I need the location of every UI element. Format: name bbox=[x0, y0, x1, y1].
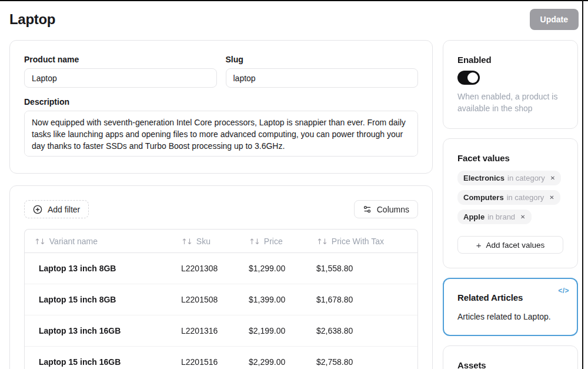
plus-icon: + bbox=[476, 240, 482, 250]
table-header-row: ↑↓Variant name ↑↓Sku ↑↓Price ↑↓Price Wit… bbox=[25, 230, 417, 253]
variant-name-cell: Laptop 15 inch 16GB bbox=[25, 347, 176, 369]
price-with-tax-cell: $2,638.80 bbox=[312, 315, 417, 347]
page-header: Laptop Update bbox=[9, 0, 579, 31]
price-with-tax-cell: $2,758.80 bbox=[312, 347, 417, 369]
product-form-card: Product name Slug Description Now equipp… bbox=[9, 40, 433, 174]
description-input[interactable]: Now equipped with seventh-generation Int… bbox=[24, 111, 418, 157]
table-row[interactable]: Laptop 15 inch 8GB L2201508 $1,399.00 $1… bbox=[25, 284, 417, 315]
column-settings-icon bbox=[363, 205, 372, 214]
column-header-label: Sku bbox=[196, 237, 211, 246]
price-with-tax-cell: $1,558.80 bbox=[312, 253, 417, 284]
price-with-tax-cell: $1,678.80 bbox=[312, 284, 417, 315]
add-filter-label: Add filter bbox=[48, 205, 80, 214]
chip-row: Apple in brand ✕ bbox=[457, 210, 563, 229]
remove-facet-icon[interactable]: ✕ bbox=[549, 195, 554, 201]
table-row[interactable]: Laptop 13 inch 8GB L2201308 $1,299.00 $1… bbox=[25, 253, 417, 284]
sort-icon: ↑↓ bbox=[249, 237, 259, 246]
circle-plus-icon bbox=[33, 205, 42, 214]
sort-icon: ↑↓ bbox=[34, 237, 45, 246]
enabled-title: Enabled bbox=[457, 55, 563, 65]
code-block-icon[interactable]: </> bbox=[558, 287, 569, 295]
add-facet-values-label: Add facet values bbox=[486, 241, 544, 250]
product-detail-page: Laptop Update Product name Slug Descr bbox=[0, 0, 588, 369]
sku-cell: L2201516 bbox=[176, 347, 244, 369]
sku-cell: L2201316 bbox=[176, 315, 244, 347]
facet-values-card: Facet values Electronics in category ✕ C… bbox=[443, 138, 578, 268]
sku-cell: L2201508 bbox=[176, 284, 244, 315]
enabled-toggle[interactable] bbox=[457, 71, 480, 85]
variant-name-cell: Laptop 15 inch 8GB bbox=[25, 284, 176, 315]
chip-row: Electronics in category ✕ bbox=[457, 171, 563, 190]
slug-input[interactable] bbox=[226, 68, 419, 88]
facet-chip-qualifier: in brand bbox=[487, 212, 515, 221]
related-articles-card: </> Related Articles Articles related to… bbox=[443, 278, 578, 336]
facet-chip-value: Electronics bbox=[463, 174, 505, 182]
main-column: Product name Slug Description Now equipp… bbox=[9, 40, 433, 369]
product-name-input[interactable] bbox=[24, 68, 217, 88]
variant-name-cell: Laptop 13 inch 16GB bbox=[25, 315, 176, 347]
related-articles-title: Related Articles bbox=[457, 292, 563, 302]
product-name-field: Product name bbox=[24, 55, 217, 88]
update-button[interactable]: Update bbox=[530, 9, 579, 30]
column-header-label: Price With Tax bbox=[332, 237, 384, 246]
column-header-label: Variant name bbox=[49, 237, 98, 246]
assets-card: Assets bbox=[443, 345, 578, 369]
facet-chip: Apple in brand ✕ bbox=[457, 210, 532, 224]
facet-chip-qualifier: in category bbox=[507, 174, 545, 182]
add-facet-values-button[interactable]: + Add facet values bbox=[457, 236, 563, 254]
facet-chip-qualifier: in category bbox=[507, 193, 544, 202]
column-header-label: Price bbox=[264, 237, 283, 246]
table-row[interactable]: Laptop 13 inch 16GB L2201316 $2,199.00 $… bbox=[25, 315, 417, 347]
assets-title: Assets bbox=[457, 360, 563, 369]
price-cell: $1,299.00 bbox=[244, 253, 312, 284]
add-filter-button[interactable]: Add filter bbox=[24, 200, 89, 218]
slug-label: Slug bbox=[226, 55, 419, 64]
description-field: Description Now equipped with seventh-ge… bbox=[24, 97, 418, 159]
related-articles-description: Articles related to Laptop. bbox=[457, 312, 563, 321]
sort-icon: ↑↓ bbox=[316, 237, 327, 246]
facet-chip: Computers in category ✕ bbox=[457, 190, 560, 205]
sort-header-price-with-tax[interactable]: ↑↓Price With Tax bbox=[312, 230, 417, 253]
slug-field: Slug bbox=[226, 55, 419, 88]
table-row[interactable]: Laptop 15 inch 16GB L2201516 $2,299.00 $… bbox=[25, 347, 417, 369]
facet-chip-value: Apple bbox=[463, 212, 485, 221]
remove-facet-icon[interactable]: ✕ bbox=[520, 214, 525, 220]
variant-name-cell: Laptop 13 inch 8GB bbox=[25, 253, 176, 284]
variants-toolbar: Add filter Columns bbox=[24, 200, 418, 218]
name-slug-row: Product name Slug bbox=[24, 55, 418, 88]
enabled-help-text: When enabled, a product is available in … bbox=[457, 91, 563, 114]
price-cell: $2,299.00 bbox=[244, 347, 312, 369]
window-top-edge bbox=[0, 0, 588, 1]
page-title: Laptop bbox=[9, 11, 55, 28]
description-label: Description bbox=[24, 97, 418, 107]
sku-cell: L2201308 bbox=[176, 253, 244, 284]
remove-facet-icon[interactable]: ✕ bbox=[550, 175, 555, 181]
sort-header-price[interactable]: ↑↓Price bbox=[244, 230, 312, 253]
toggle-knob bbox=[467, 72, 478, 83]
product-name-label: Product name bbox=[24, 55, 217, 64]
facet-chip-value: Computers bbox=[463, 193, 504, 202]
variants-card: Add filter Columns bbox=[9, 185, 433, 369]
facet-chip-list: Electronics in category ✕ Computers in c… bbox=[457, 171, 563, 229]
facet-chip: Electronics in category ✕ bbox=[457, 171, 561, 185]
window-right-edge bbox=[582, 0, 583, 369]
facet-values-title: Facet values bbox=[457, 153, 563, 163]
price-cell: $1,399.00 bbox=[244, 284, 312, 315]
sort-header-sku[interactable]: ↑↓Sku bbox=[176, 230, 244, 253]
content-layout: Product name Slug Description Now equipp… bbox=[9, 40, 579, 369]
sort-header-variant-name[interactable]: ↑↓Variant name bbox=[25, 230, 176, 253]
variants-table: ↑↓Variant name ↑↓Sku ↑↓Price ↑↓Price Wit… bbox=[24, 229, 418, 369]
price-cell: $2,199.00 bbox=[244, 315, 312, 347]
enabled-card: Enabled When enabled, a product is avail… bbox=[443, 40, 578, 129]
columns-label: Columns bbox=[377, 205, 409, 214]
chip-row: Computers in category ✕ bbox=[457, 190, 563, 210]
columns-button[interactable]: Columns bbox=[354, 200, 418, 218]
sort-icon: ↑↓ bbox=[181, 237, 192, 246]
sidebar: Enabled When enabled, a product is avail… bbox=[443, 40, 578, 369]
